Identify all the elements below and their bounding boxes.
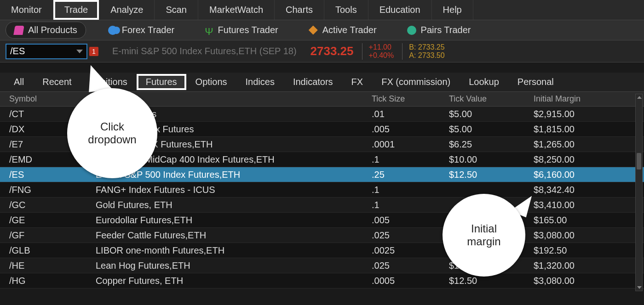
symbol-value: /ES — [10, 46, 25, 56]
cell-tickvalue: $5.00 — [445, 124, 530, 135]
table-row[interactable]: /HELean Hog Futures,ETH.025$10.00$1,320.… — [0, 258, 644, 273]
menu-bar: Monitor Trade Analyze Scan MarketWatch C… — [0, 0, 644, 20]
col-tickvalue[interactable]: Tick Value — [445, 94, 530, 104]
cell-initialmargin: $3,410.00 — [530, 200, 636, 210]
callout-text: Click — [100, 120, 124, 133]
menu-tools[interactable]: Tools — [324, 0, 368, 20]
cell-description: LIBOR one-month Futures,ETH — [92, 245, 368, 256]
scroll-down-icon[interactable] — [637, 286, 642, 289]
subtab-label: Active Trader — [322, 25, 377, 35]
subtab-all-products[interactable]: All Products — [6, 22, 86, 39]
cell-symbol: /FNG — [0, 185, 92, 195]
subtab-forex[interactable]: Forex Trader — [100, 22, 183, 38]
table-row[interactable]: /GLBLIBOR one-month Futures,ETH.0025$192… — [0, 243, 644, 258]
active-icon — [309, 26, 318, 35]
cell-ticksize: .25 — [368, 169, 445, 180]
cell-ticksize: .1 — [368, 185, 445, 195]
cell-description: FANG+ Index Futures - ICUS — [92, 185, 368, 195]
cell-tickvalue: $10.00 — [445, 154, 530, 165]
symbol-description: E-mini S&P 500 Index Futures,ETH (SEP 18… — [112, 46, 297, 56]
cell-ticksize: .0005 — [368, 276, 445, 286]
cell-ticksize: .005 — [368, 215, 445, 226]
chevron-down-icon — [76, 50, 83, 53]
cell-tickvalue: $12.50 — [445, 169, 530, 180]
cell-initialmargin: $192.50 — [530, 245, 636, 256]
change-abs: +11.00 — [369, 43, 394, 51]
products-icon — [13, 26, 24, 35]
scroll-up-icon[interactable] — [637, 96, 642, 99]
menu-marketwatch[interactable]: MarketWatch — [198, 0, 275, 20]
cell-tickvalue: $12.50 — [445, 276, 530, 286]
menu-education[interactable]: Education — [368, 0, 432, 20]
menu-help[interactable]: Help — [432, 0, 473, 20]
cell-initialmargin: $8,342.40 — [530, 185, 636, 195]
subtab-pairs[interactable]: Pairs Trader — [399, 22, 479, 38]
cell-initialmargin: $6,160.00 — [530, 169, 636, 180]
cell-symbol: /ES — [0, 169, 92, 180]
cell-description: Feeder Cattle Futures,ETH — [92, 230, 368, 241]
cell-ticksize: .025 — [368, 260, 445, 271]
cell-symbol: /GE — [0, 215, 92, 226]
cell-symbol: /HE — [0, 260, 92, 271]
col-symbol[interactable]: Symbol — [0, 94, 92, 104]
cell-symbol: /GC — [0, 200, 92, 210]
cell-ticksize: .0001 — [368, 139, 445, 150]
ask-value: A: 2733.50 — [409, 51, 444, 60]
filter-all[interactable]: All — [5, 74, 33, 90]
symbol-dropdown[interactable]: /ES — [6, 44, 87, 59]
cell-ticksize: .0025 — [368, 245, 445, 256]
futures-icon: Ψ — [205, 26, 213, 35]
cell-ticksize: .01 — [368, 109, 445, 119]
table-row[interactable]: /FNGFANG+ Index Futures - ICUS.1$8,342.4… — [0, 182, 644, 198]
menu-scan[interactable]: Scan — [155, 0, 198, 20]
callout-tail — [86, 63, 113, 92]
change-pct: +0.40% — [369, 51, 394, 60]
scroll-thumb[interactable] — [637, 153, 641, 169]
cell-symbol: /GF — [0, 230, 92, 241]
filter-recent[interactable]: Recent — [33, 74, 80, 90]
filter-fx-commission[interactable]: FX (commission) — [372, 74, 460, 90]
table-row[interactable]: /GCGold Futures, ETH.1$3,410.00 — [0, 198, 644, 213]
cell-initialmargin: $1,320.00 — [530, 260, 636, 271]
pairs-icon — [407, 26, 416, 35]
filter-indicators[interactable]: Indicators — [284, 74, 342, 90]
subtab-futures[interactable]: Ψ Futures Trader — [196, 22, 287, 38]
table-row[interactable]: /GEEurodollar Futures,ETH.005$165.00 — [0, 213, 644, 228]
filter-futures[interactable]: Futures — [137, 74, 186, 90]
filter-indices[interactable]: Indices — [236, 74, 284, 90]
filter-personal[interactable]: Personal — [508, 74, 563, 90]
cell-symbol: /HG — [0, 276, 92, 286]
cell-initialmargin: $2,915.00 — [530, 109, 636, 119]
filter-lookup[interactable]: Lookup — [460, 74, 508, 90]
bid-value: B: 2733.25 — [409, 43, 444, 51]
cell-description: Lean Hog Futures,ETH — [92, 260, 368, 271]
table-row[interactable]: /HGCopper Futures, ETH.0005$12.50$3,080.… — [0, 273, 644, 288]
filter-fx[interactable]: FX — [342, 74, 373, 90]
subtab-label: Futures Trader — [218, 25, 278, 35]
menu-monitor[interactable]: Monitor — [0, 0, 53, 20]
subtab-label: All Products — [28, 25, 77, 35]
scrollbar[interactable] — [635, 94, 643, 291]
callout-initial-margin: Initial margin — [443, 194, 525, 277]
col-initialmargin[interactable]: Initial Margin — [530, 94, 636, 104]
menu-charts[interactable]: Charts — [275, 0, 324, 20]
col-ticksize[interactable]: Tick Size — [368, 94, 445, 104]
symbol-price: 2733.25 — [310, 44, 354, 58]
subtab-label: Pairs Trader — [421, 25, 471, 35]
cell-description: Copper Futures, ETH — [92, 276, 368, 286]
filter-options[interactable]: Options — [186, 74, 236, 90]
cell-initialmargin: $165.00 — [530, 215, 636, 226]
menu-analyze[interactable]: Analyze — [99, 0, 155, 20]
cell-ticksize: .025 — [368, 230, 445, 241]
cell-ticksize: .1 — [368, 200, 445, 210]
forex-icon — [108, 26, 117, 35]
callout-text: dropdown — [88, 133, 136, 146]
table-row[interactable]: /GFFeeder Cattle Futures,ETH.025$3,080.0… — [0, 228, 644, 243]
menu-trade[interactable]: Trade — [53, 0, 100, 20]
alert-badge[interactable]: 1 — [89, 47, 98, 56]
symbol-row: /ES 1 E-mini S&P 500 Index Futures,ETH (… — [0, 40, 644, 62]
subtabs-row: All Products Forex Trader Ψ Futures Trad… — [0, 20, 644, 40]
cell-ticksize: .1 — [368, 154, 445, 165]
subtab-active[interactable]: Active Trader — [300, 22, 385, 38]
cell-initialmargin: $3,080.00 — [530, 276, 636, 286]
